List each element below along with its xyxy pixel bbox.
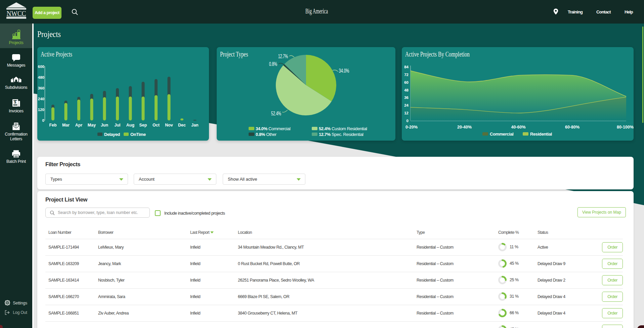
svg-text:360: 360 <box>38 86 44 90</box>
svg-text:Mar: Mar <box>62 123 70 127</box>
svg-text:Jan: Jan <box>191 123 199 127</box>
svg-text:OnTime: OnTime <box>130 132 146 137</box>
svg-text:Dec: Dec <box>178 123 186 127</box>
svg-text:12: 12 <box>404 111 409 115</box>
svg-text:52.4% Custom Residential: 52.4% Custom Residential <box>319 126 367 131</box>
svg-text:60-80%: 60-80% <box>565 125 579 130</box>
svg-text:Residential: Residential <box>530 132 552 137</box>
svg-text:Oct: Oct <box>153 123 160 127</box>
svg-text:34.0% Commercial: 34.0% Commercial <box>256 126 291 131</box>
svg-text:0: 0 <box>42 118 44 122</box>
svg-text:84: 84 <box>404 65 409 69</box>
svg-text:20-40%: 20-40% <box>457 125 472 130</box>
svg-text:Feb: Feb <box>49 123 57 127</box>
svg-text:36: 36 <box>404 96 409 100</box>
svg-text:May: May <box>88 123 96 127</box>
svg-text:0.8% Other: 0.8% Other <box>256 132 277 137</box>
svg-text:Aug: Aug <box>126 123 134 127</box>
svg-text:Sep: Sep <box>139 123 147 127</box>
svg-text:34.0%: 34.0% <box>339 68 349 74</box>
svg-text:12.7%: 12.7% <box>278 53 288 60</box>
svg-text:0-20%: 0-20% <box>405 125 418 130</box>
svg-text:Apr: Apr <box>75 123 83 127</box>
svg-text:600: 600 <box>38 65 44 69</box>
svg-text:0.8%: 0.8% <box>269 61 277 67</box>
svg-text:72: 72 <box>404 73 409 77</box>
svg-text:240: 240 <box>38 97 44 101</box>
svg-text:60: 60 <box>404 80 409 84</box>
svg-text:120: 120 <box>38 108 44 112</box>
svg-text:0: 0 <box>406 119 409 123</box>
svg-text:52.4%: 52.4% <box>271 110 281 117</box>
svg-text:48: 48 <box>404 88 409 92</box>
svg-text:480: 480 <box>38 75 44 79</box>
svg-text:80-100%: 80-100% <box>617 125 634 130</box>
svg-text:24: 24 <box>404 103 409 107</box>
svg-text:Nov: Nov <box>165 123 173 127</box>
svg-text:Jun: Jun <box>101 123 108 127</box>
svg-text:40-60%: 40-60% <box>511 125 525 130</box>
svg-text:Commercial: Commercial <box>490 132 513 137</box>
svg-text:NWCC: NWCC <box>7 10 26 17</box>
svg-text:Delayed: Delayed <box>104 132 120 137</box>
svg-text:Jul: Jul <box>114 123 120 127</box>
svg-text:12.7% Spec. Residential: 12.7% Spec. Residential <box>319 132 363 137</box>
